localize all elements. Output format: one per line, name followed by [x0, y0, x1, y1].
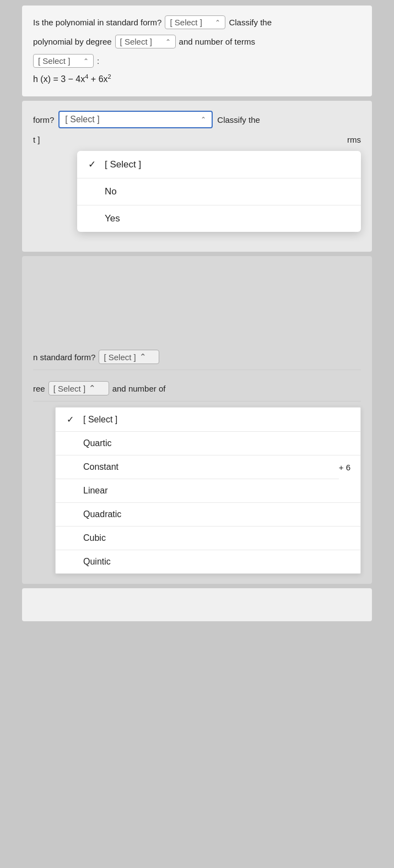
degree-item-cubic[interactable]: Cubic — [56, 527, 360, 550]
degree-check-icon-1 — [67, 438, 78, 448]
select-standard-form-3[interactable]: [ Select ] ⌃ — [99, 350, 159, 364]
select-terms[interactable]: [ Select ] ⌃ — [33, 54, 94, 68]
is-standard-form-label: Is the polynomial in standard form? — [33, 18, 161, 27]
plus6-label: + 6 — [339, 463, 360, 472]
degree-check-icon-3 — [67, 486, 78, 496]
colon-label: : — [97, 56, 99, 66]
degree-dropdown: ✓ [ Select ] Quartic Constant + 6 Linear — [55, 407, 361, 574]
degree-item-quintic[interactable]: Quintic — [56, 550, 360, 573]
chevron-icon-5: ⌃ — [89, 383, 96, 393]
classify-the-label: Classify the — [229, 18, 272, 27]
degree-item-linear[interactable]: Linear — [56, 479, 360, 503]
panel-3-line-2: ree [ Select ] ⌃ and number of — [33, 376, 361, 402]
degree-check-icon-0: ✓ — [67, 414, 78, 425]
no-check-icon — [88, 186, 99, 197]
dropdown-item-yes[interactable]: Yes — [77, 205, 361, 232]
chevron-icon-2: ⌃ — [165, 38, 171, 46]
select-standard-form-active[interactable]: [ Select ] ⌃ — [58, 111, 213, 128]
chevron-icon: ⌃ — [215, 19, 220, 26]
degree-item-select[interactable]: ✓ [ Select ] — [56, 408, 360, 432]
second-row-right: rms — [347, 135, 361, 144]
degree-item-quadratic[interactable]: Quadratic — [56, 503, 360, 527]
and-number-of-terms-label: and number of terms — [179, 37, 255, 46]
select-standard-form[interactable]: [ Select ] ⌃ — [165, 15, 225, 29]
panel-3: n standard form? [ Select ] ⌃ ree [ Sele… — [22, 256, 372, 584]
math-expression: h (x) = 3 − 4x4 + 6x2 — [33, 73, 361, 84]
spacer — [22, 256, 372, 344]
polynomial-by-degree-label: polynomial by degree — [33, 37, 112, 46]
chevron-icon-4: ⌃ — [139, 352, 147, 362]
degree-check-icon-4 — [67, 509, 78, 519]
yes-check-icon — [88, 213, 99, 224]
degree-check-icon-2 — [67, 462, 78, 472]
second-row-left: t ] — [33, 135, 40, 144]
classify-the-label-2: Classify the — [217, 115, 260, 124]
dropdown-item-no[interactable]: No — [77, 178, 361, 205]
degree-item-constant[interactable]: Constant — [56, 455, 339, 479]
yes-no-dropdown: ✓ [ Select ] No Yes — [77, 151, 361, 232]
panel-2-second-row: t ] rms — [22, 135, 372, 151]
chevron-active-icon: ⌃ — [201, 116, 206, 123]
panel-4 — [22, 588, 372, 621]
degree-item-quartic[interactable]: Quartic — [56, 432, 360, 455]
and-number-of-label: and number of — [112, 384, 166, 393]
panel-1: Is the polynomial in standard form? [ Se… — [22, 6, 372, 96]
form-label: form? — [33, 115, 54, 124]
panel-2-top-row: form? [ Select ] ⌃ Classify the — [22, 101, 372, 135]
ree-label: ree — [33, 384, 45, 393]
line-1: Is the polynomial in standard form? [ Se… — [33, 15, 361, 29]
panel-2: form? [ Select ] ⌃ Classify the t ] rms … — [22, 101, 372, 252]
select-degree-3[interactable]: [ Select ] ⌃ — [48, 381, 109, 395]
panel-3-line-1: n standard form? [ Select ] ⌃ — [33, 344, 361, 370]
chevron-icon-3: ⌃ — [83, 57, 89, 65]
line-3: [ Select ] ⌃ : — [33, 54, 361, 68]
standard-form-label-3: n standard form? — [33, 352, 95, 362]
panel-3-main: n standard form? [ Select ] ⌃ ree [ Sele… — [22, 344, 372, 584]
degree-check-icon-6 — [67, 557, 78, 567]
check-icon: ✓ — [88, 159, 99, 170]
select-degree[interactable]: [ Select ] ⌃ — [115, 35, 176, 48]
dropdown-item-select[interactable]: ✓ [ Select ] — [77, 151, 361, 178]
degree-check-icon-5 — [67, 533, 78, 543]
line-2: polynomial by degree [ Select ] ⌃ and nu… — [33, 35, 361, 48]
